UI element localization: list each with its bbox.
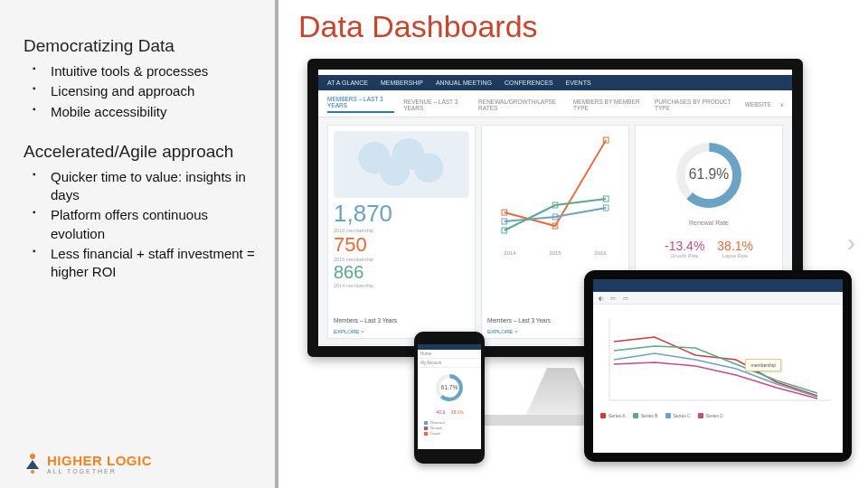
nav-item[interactable]: AT A GLANCE <box>327 80 368 86</box>
tab[interactable]: MEMBERS BY MEMBER TYPE <box>573 99 646 111</box>
tab[interactable]: REVENUE – LAST 3 YEARS <box>403 99 469 111</box>
bullet-list-1: Intuitive tools & processes Licensing an… <box>27 61 262 122</box>
tabs-scroll-right-icon[interactable]: › <box>780 100 783 109</box>
bullet-item: Mobile accessibility <box>47 102 262 122</box>
bullet-item: Licensing and approach <box>47 81 262 101</box>
phone-stat: 28.1% <box>451 409 464 415</box>
chart-axis-labels: 2014 2015 2016 <box>487 250 623 256</box>
legend-label: Series A <box>609 413 626 418</box>
nav-item[interactable]: MEMBERSHIP <box>381 80 423 86</box>
section-heading-2: Accelerated/Agile approach <box>24 142 262 162</box>
card-title: Members – Last 3 Years <box>334 317 397 324</box>
card-title: Members – Last 3 Years <box>487 317 551 324</box>
stat-value: 750 <box>334 233 469 257</box>
nav-item[interactable]: CONFERENCES <box>505 80 553 86</box>
rate-label: Lapse Rate <box>717 253 753 258</box>
rate-value: -13.4% <box>665 239 704 253</box>
sidebar: Democratizing Data Intuitive tools & pro… <box>0 0 278 488</box>
breadcrumb-text: Home <box>420 352 431 356</box>
bullet-list-2: Quicker time to value: insights in days … <box>27 167 262 283</box>
phone-stat: -40.6 <box>435 409 445 415</box>
monitor-nav: AT A GLANCE MEMBERSHIP ANNUAL MEETING CO… <box>318 75 792 90</box>
legend-label: Growth <box>430 426 442 430</box>
tab[interactable]: WEBSITE <box>745 101 771 108</box>
nav-item[interactable]: EVENTS <box>566 80 591 86</box>
phone-subtitle: My Account <box>418 359 481 368</box>
tablet-legend: Series A Series B Series C Series D <box>600 413 835 418</box>
tab[interactable]: RENEWAL/GROWTH/LAPSE RATES <box>478 99 564 111</box>
stat-value: 866 <box>334 262 469 283</box>
legend-label: Series C <box>674 413 691 418</box>
tablet-line-chart: membership <box>600 310 835 409</box>
line-chart <box>487 131 623 249</box>
device-mockups: › AT A GLANCE MEMBERSHIP ANNUAL MEETING … <box>298 53 850 451</box>
slide: Democratizing Data Intuitive tools & pro… <box>0 0 868 488</box>
dashboard-card-members: 1,870 2016 membership 750 2015 membershi… <box>327 125 476 339</box>
us-map-graphic <box>334 131 469 198</box>
stat-label: 2014 membership <box>334 283 469 288</box>
logo-text: HIGHER LOGIC ALL TOGETHER <box>47 453 152 474</box>
axis-label: 2016 <box>594 250 606 256</box>
chart-tooltip: membership <box>745 359 781 371</box>
rate-value: 38.1% <box>717 239 753 253</box>
bullet-item: Platform offers continuous evolution <box>47 205 262 244</box>
rate-lapse: 38.1% Lapse Rate <box>717 239 753 258</box>
donut-chart: 61.9% <box>672 138 746 212</box>
explore-link[interactable]: EXPLORE > <box>487 329 518 334</box>
phone-device: Home My Account 61.7% -40.6 28.1% <box>414 332 485 464</box>
phone-screen: Home My Account 61.7% -40.6 28.1% <box>418 344 481 449</box>
sidebar-content: Democratizing Data Intuitive tools & pro… <box>0 0 278 282</box>
page-title: Data Dashboards <box>298 9 850 44</box>
rate-growth: -13.4% Growth Rate <box>665 239 704 258</box>
tab-active[interactable]: MEMBERS – LAST 3 YEARS <box>327 96 394 113</box>
rate-label: Growth Rate <box>665 253 704 258</box>
bullet-item: Less financial + staff investment = high… <box>47 244 262 283</box>
legend-label: Series D <box>706 413 723 418</box>
legend-label: Renewal <box>430 420 445 425</box>
monitor-tabs: MEMBERS – LAST 3 YEARS REVENUE – LAST 3 … <box>318 90 792 117</box>
bullet-item: Intuitive tools & processes <box>47 61 262 81</box>
tablet-screen: ◐▭▭ membership <box>593 279 843 453</box>
main: Data Dashboards › AT A GLANCE MEMBERSHIP… <box>278 0 868 488</box>
phone-legend: Renewal Growth Lapse <box>420 420 478 436</box>
legend-label: Series B <box>641 413 658 418</box>
logo-name: HIGHER LOGIC <box>47 453 152 468</box>
axis-label: 2015 <box>549 250 561 256</box>
bullet-item: Quicker time to value: insights in days <box>47 167 262 206</box>
legend-label: Lapse <box>430 431 440 436</box>
logo-icon <box>24 452 42 475</box>
logo-tagline: ALL TOGETHER <box>47 468 152 474</box>
carousel-next-icon[interactable]: › <box>847 229 855 258</box>
section-heading-1: Democratizing Data <box>24 36 262 56</box>
phone-donut-chart: 61.7% <box>434 372 465 403</box>
tablet-toolbar: ◐▭▭ <box>593 292 843 305</box>
donut-value: 61.9% <box>689 166 729 182</box>
svg-text:61.7%: 61.7% <box>441 384 458 390</box>
tablet-device: ◐▭▭ membership <box>584 270 852 462</box>
brand-logo: HIGHER LOGIC ALL TOGETHER <box>24 452 152 475</box>
tab[interactable]: PURCHASES BY PRODUCT TYPE <box>655 99 736 111</box>
phone-breadcrumb: Home <box>418 350 481 359</box>
nav-item[interactable]: ANNUAL MEETING <box>436 80 492 86</box>
axis-label: 2014 <box>504 250 515 256</box>
stat-value: 1,870 <box>334 200 469 228</box>
explore-link[interactable]: EXPLORE > <box>334 329 364 334</box>
donut-label: Renewal Rate <box>641 220 777 226</box>
